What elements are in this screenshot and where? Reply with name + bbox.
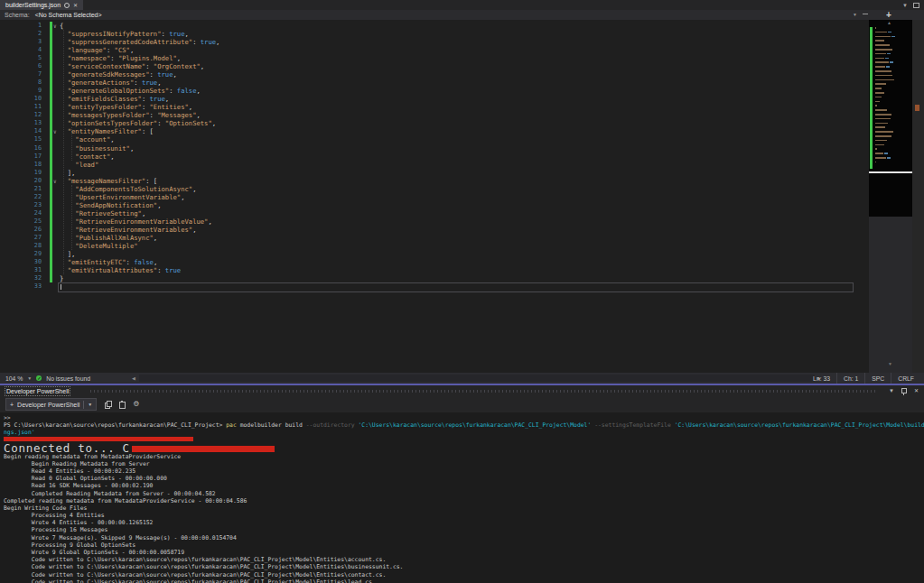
code-line[interactable]: "SendAppNotification", xyxy=(60,201,219,209)
line-number[interactable]: 15 xyxy=(0,135,42,143)
code-line[interactable]: ], xyxy=(60,250,219,258)
close-icon[interactable]: ✕ xyxy=(73,3,78,8)
line-number[interactable]: 9 xyxy=(0,87,42,95)
fold-collapse-icon[interactable]: ∨ xyxy=(53,177,57,185)
code-line[interactable]: "RetrieveEnvironmentVariables", xyxy=(60,226,219,234)
code-line[interactable]: "optionSetsTypesFolder": "OptionSets", xyxy=(60,119,219,127)
line-number[interactable]: 25 xyxy=(0,217,42,226)
line-number[interactable]: 11 xyxy=(0,103,42,111)
fold-collapse-icon[interactable]: ∨ xyxy=(53,127,57,135)
code-line[interactable]: "RetrieveSetting", xyxy=(60,209,219,217)
line-number[interactable]: 13 xyxy=(0,119,42,127)
code-token: : xyxy=(142,103,150,111)
line-number-gutter[interactable]: 1234567891011121314151617181920212223242… xyxy=(0,22,42,292)
code-line[interactable]: "emitFieldsClasses": true, xyxy=(60,95,219,103)
code-line[interactable]: "UpsertEnvironmentVariable", xyxy=(60,193,219,201)
code-line[interactable]: "emitEntityETC": false, xyxy=(60,258,219,266)
code-area[interactable]: { "suppressINotifyPattern": true, "suppr… xyxy=(60,22,219,292)
scrollbar-track[interactable] xyxy=(869,217,912,373)
split-editor-icon[interactable]: + xyxy=(886,10,891,20)
code-line[interactable]: "emitVirtualAttributes": true xyxy=(60,266,219,274)
zoom-level[interactable]: 104 % xyxy=(5,375,23,382)
line-number[interactable]: 14 xyxy=(0,127,42,135)
code-line[interactable]: "messageNamesFilter": [ xyxy=(60,177,219,185)
float-window-icon[interactable] xyxy=(913,3,919,8)
code-line[interactable]: "language": "CS", xyxy=(60,46,219,54)
line-number[interactable]: 22 xyxy=(0,193,42,201)
line-number[interactable]: 31 xyxy=(0,266,42,274)
line-number[interactable]: 2 xyxy=(0,30,42,38)
line-number[interactable]: 32 xyxy=(0,274,42,282)
line-number[interactable]: 27 xyxy=(0,234,42,242)
code-line[interactable]: "RetrieveEnvironmentVariableValue", xyxy=(60,217,219,226)
line-number[interactable]: 12 xyxy=(0,111,42,119)
chevron-down-icon[interactable]: ▼ xyxy=(88,402,92,407)
line-number[interactable]: 8 xyxy=(0,79,42,87)
code-line[interactable]: "namespace": "Plugins.Model", xyxy=(60,54,219,62)
code-line[interactable]: "DeleteMultiple" xyxy=(60,242,219,250)
minimap-scrollbar[interactable]: ▲ xyxy=(869,20,912,217)
json-editor[interactable]: 1234567891011121314151617181920212223242… xyxy=(0,20,924,373)
fold-collapse-icon[interactable]: ∨ xyxy=(53,22,57,30)
copy-icon[interactable] xyxy=(105,401,111,408)
zoom-dropdown-caret-icon[interactable]: ▼ xyxy=(27,375,32,381)
line-number[interactable]: 7 xyxy=(0,70,42,79)
panel-close-icon[interactable]: ✕ xyxy=(914,388,919,393)
code-token: "lead" xyxy=(60,161,98,169)
line-number[interactable]: 24 xyxy=(0,209,42,217)
line-number[interactable]: 5 xyxy=(0,54,42,62)
line-number[interactable]: 29 xyxy=(0,250,42,258)
line-number[interactable]: 16 xyxy=(0,144,42,153)
code-line[interactable]: "suppressGeneratedCodeAttribute": true, xyxy=(60,38,219,46)
line-number[interactable]: 18 xyxy=(0,161,42,169)
code-line[interactable]: "entityTypesFolder": "Entities", xyxy=(60,103,219,111)
line-number[interactable]: 10 xyxy=(0,95,42,103)
line-number[interactable]: 1 xyxy=(0,22,42,30)
settings-gear-icon[interactable]: ⚙ xyxy=(133,401,139,408)
line-number[interactable]: 3 xyxy=(0,38,42,46)
chevron-down-icon[interactable]: ▼ xyxy=(902,3,908,8)
line-number[interactable]: 21 xyxy=(0,185,42,193)
line-number[interactable]: 30 xyxy=(0,258,42,266)
new-terminal-button[interactable]: + Developer PowerShell ▼ xyxy=(5,398,97,411)
code-line[interactable]: "entityNamesFilter": [ xyxy=(60,127,219,135)
line-number[interactable]: 33 xyxy=(0,282,42,291)
terminal-output[interactable]: >>PS C:\Users\karacan\source\repos\furka… xyxy=(0,412,924,583)
code-line[interactable]: "account", xyxy=(60,135,219,143)
minimap-line xyxy=(875,97,882,98)
scroll-left-icon[interactable]: ◀ xyxy=(132,373,135,384)
scroll-down-icon[interactable]: ▼ xyxy=(888,361,892,366)
line-number[interactable]: 23 xyxy=(0,201,42,209)
code-line[interactable]: "AddComponentsToSolutionAsync", xyxy=(60,185,219,193)
pin-icon[interactable] xyxy=(901,388,907,393)
code-line[interactable]: "generateSdkMessages": true, xyxy=(60,70,219,79)
schema-dropdown-caret-icon[interactable]: ▼ xyxy=(853,12,857,17)
line-number[interactable]: 26 xyxy=(0,226,42,234)
code-line[interactable]: "contact", xyxy=(60,153,219,161)
code-line[interactable]: } xyxy=(60,274,219,282)
window-menu-caret-icon[interactable]: ▼ xyxy=(889,388,894,393)
code-line[interactable]: "PublishAllXmlAsync", xyxy=(60,234,219,242)
code-line[interactable]: ], xyxy=(60,169,219,177)
tab-buildersettings-json[interactable]: builderSettings.json ✕ xyxy=(0,0,83,10)
line-number[interactable]: 19 xyxy=(0,169,42,177)
scroll-up-icon[interactable]: ▲ xyxy=(887,20,891,26)
line-number[interactable]: 20 xyxy=(0,177,42,185)
code-line[interactable]: "generateGlobalOptionSets": false, xyxy=(60,87,219,95)
code-line[interactable]: { xyxy=(60,22,219,30)
code-line[interactable]: "businessunit", xyxy=(60,144,219,153)
line-number[interactable]: 4 xyxy=(0,46,42,54)
code-line[interactable]: "lead" xyxy=(60,161,219,169)
horizontal-scrollbar[interactable] xyxy=(139,375,815,382)
schema-combobox[interactable]: <No Schema Selected> xyxy=(35,12,102,18)
line-number[interactable]: 28 xyxy=(0,242,42,250)
code-line[interactable]: "generateActions": true, xyxy=(60,79,219,87)
code-line[interactable]: "serviceContextName": "OrgContext", xyxy=(60,62,219,70)
line-number[interactable]: 6 xyxy=(0,62,42,70)
clipboard-icon[interactable] xyxy=(119,401,125,408)
code-line[interactable]: "suppressINotifyPattern": true, xyxy=(60,30,219,38)
code-line[interactable]: "messagesTypesFolder": "Messages", xyxy=(60,111,219,119)
line-number[interactable]: 17 xyxy=(0,153,42,161)
issues-status[interactable]: No issues found xyxy=(46,375,90,382)
minimize-dash-icon[interactable] xyxy=(863,14,868,14)
